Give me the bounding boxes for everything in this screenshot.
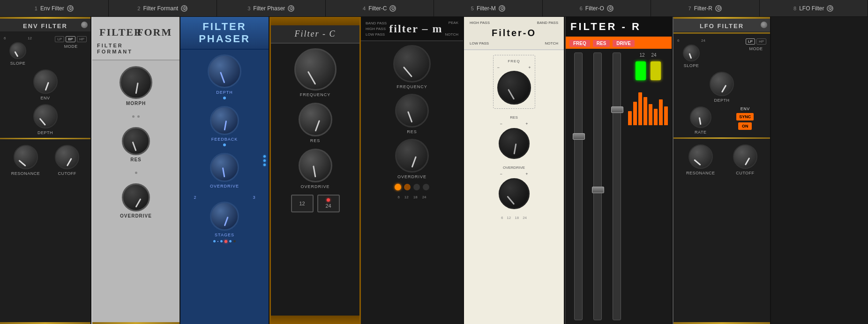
ef-slope-val-6: 6 [4,36,6,40]
lf-resonance-knob[interactable] [688,144,713,169]
fm-bottom-labels: 6 12 18 24 [397,195,426,199]
ff-morph-knob[interactable] [120,66,152,99]
fr-indicator-24-label: 24 [651,53,657,58]
lf-cutoff-label: CUTOFF [736,171,754,175]
lf-depth-label: DEPTH [714,98,729,103]
lf-on-btn[interactable]: ON [738,122,752,130]
ff-header: FILTER FORMANT FILTERFORMANT [92,17,180,60]
lf-slope-knob[interactable] [683,45,700,61]
fm-mode-labels-right: PEAK NOTCH [445,21,458,37]
fm-led-orange [395,184,401,190]
fm-res-knob[interactable] [395,94,429,128]
fm-frequency-knob[interactable] [393,45,431,83]
lf-depth-knob[interactable] [710,72,734,96]
fr-slider-2-thumb[interactable] [592,187,604,193]
ef-mode-lp[interactable]: LP [55,36,64,42]
tab-7-label: Filter-R [694,5,712,12]
ef-resonance-knob[interactable] [14,145,38,169]
fr-tab-freq[interactable]: FREQ [569,40,590,47]
lf-resonance-section: RESONANCE [686,144,715,175]
fm-label-18: 18 [413,195,418,199]
fo-freq-plusminus: − + [497,65,531,70]
tab-4[interactable]: 4 Filter-C ⏻ [326,0,434,16]
lf-bottom-strip [673,322,770,324]
fm-notch: NOTCH [445,32,458,37]
fr-bar-2 [633,102,637,125]
tab-3-power[interactable]: ⏻ [288,5,294,12]
tab-7[interactable]: 7 Filter-R ⏻ [651,0,760,16]
fc-res-knob[interactable] [299,103,332,136]
tab-7-power[interactable]: ⏻ [715,5,722,12]
fr-slider-1[interactable] [574,53,583,320]
tab-1-power[interactable]: ⏻ [67,5,74,12]
fm-overdrive-knob[interactable] [395,139,429,173]
tab-8-power[interactable]: ⏻ [827,5,833,12]
fp-depth-section: DEPTH [208,54,241,99]
ef-depth-knob[interactable] [33,104,58,128]
ef-slope-label: SLOPE [10,61,26,66]
fr-slider-3-col [608,53,625,320]
fr-right: 12 24 [628,53,668,320]
fm-body: FREQUENCY RES OVERDRIVE 6 12 [361,41,463,324]
lf-cutoff-knob[interactable] [733,144,757,169]
fc-btn-12[interactable]: 12 [291,195,314,212]
ef-cutoff-knob[interactable] [55,145,79,169]
tab-5-num: 5 [471,6,474,11]
ef-mode-bp[interactable]: BP [66,36,75,42]
tab-2-power[interactable]: ⏻ [181,5,187,12]
fr-indicator-green [636,61,646,80]
fm-led-dark-2 [423,184,429,190]
fo-res-knob[interactable] [499,128,530,159]
lf-mode-lp[interactable]: LP [746,38,755,45]
lf-rate-knob[interactable] [690,106,711,128]
fm-header: BAND PASS HIGH PASS LOW PASS filter – m … [361,17,463,41]
tab-3[interactable]: 3 Filter Phaser ⏻ [217,0,326,16]
fr-bar-5 [649,104,652,125]
fc-btn-12-label: 12 [299,201,305,206]
fc-frequency-knob[interactable] [294,48,337,90]
fm-overdrive-section: OVERDRIVE [395,139,429,179]
fr-slider-2[interactable] [593,53,602,320]
fo-label-24: 24 [523,216,527,220]
fr-slider-1-thumb[interactable] [573,133,585,140]
ef-slope-knob[interactable] [9,42,26,59]
fr-tab-res[interactable]: RES [593,40,610,47]
ef-depth-label: DEPTH [37,130,53,135]
ef-env-knob[interactable] [33,69,58,94]
fr-bar-4 [644,97,647,125]
fp-depth-knob[interactable] [208,54,241,88]
fp-feedback-led [223,143,226,146]
tab-4-power[interactable]: ⏻ [389,5,396,12]
lf-header: LFO FILTER [673,19,770,31]
fr-slider-3[interactable] [613,53,621,320]
tab-2[interactable]: 2 Filter Formant ⏻ [109,0,217,16]
ff-res-knob[interactable] [122,127,150,155]
plugins-row: ENV FILTER 6 12 SLOPE LP BP HP [0,17,868,324]
ef-mode-hp[interactable]: HP [77,36,87,42]
fc-res-section: RES [299,103,332,143]
fr-title: FILTER - R [570,21,667,33]
tab-6[interactable]: 6 Filter-O ⏻ [543,0,651,16]
fo-freq-knob[interactable] [497,71,531,105]
fr-slider-3-thumb[interactable] [611,106,623,113]
ff-overdrive-knob[interactable] [122,183,150,211]
ef-env-section: ENV [4,69,87,100]
ff-morph-label: MORPH [126,101,146,106]
fp-feedback-knob[interactable] [210,106,239,135]
fp-overdrive-knob[interactable] [210,153,239,182]
fp-stages-knob[interactable] [210,202,239,231]
fr-tab-drive[interactable]: DRIVE [613,40,635,47]
fc-btn-24[interactable]: 24 [317,195,340,212]
tab-5[interactable]: 5 Filter-M ⏻ [434,0,543,16]
lf-sync-btn[interactable]: SYNC [736,113,754,121]
fp-stages-section: 2 3 STAGES • [186,195,263,243]
tab-6-power[interactable]: ⏻ [607,5,614,12]
fc-overdrive-knob[interactable] [299,149,332,182]
tab-5-power[interactable]: ⏻ [499,5,505,12]
lf-mode-hp[interactable]: HP [756,38,766,45]
lf-resonance-label: RESONANCE [686,171,715,175]
tab-8[interactable]: 8 LFO Filter ⏻ [760,0,868,16]
fo-freq-box: FREQ − + [493,55,535,109]
tab-1[interactable]: 1 Env Filter ⏻ [0,0,109,16]
fo-overdrive-knob[interactable] [499,178,530,209]
